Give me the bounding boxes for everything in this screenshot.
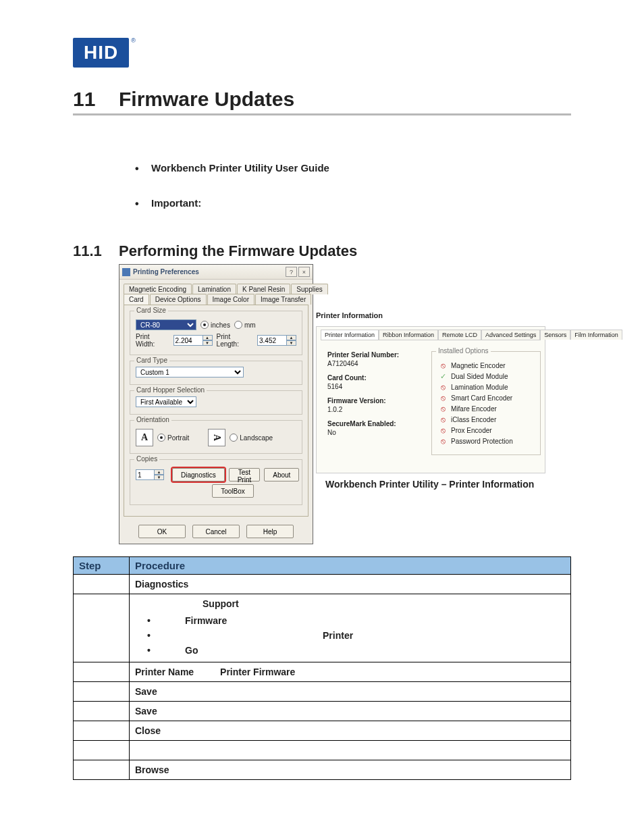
help-button[interactable]: Help (246, 525, 294, 538)
tab-lamination[interactable]: Lamination (192, 284, 236, 294)
test-print-button[interactable]: Test Print (229, 468, 261, 481)
fw-value: 1.0.2 (327, 406, 425, 413)
tab-supplies[interactable]: Supplies (291, 284, 327, 294)
installed-option-label: Smart Card Encoder (451, 394, 512, 402)
dialog-title: Printing Preferences (133, 268, 199, 276)
hopper-select[interactable]: First Available (136, 396, 196, 407)
ptab-advanced-settings[interactable]: Advanced Settings (481, 330, 540, 340)
installed-option-row: ⦸Password Protection (439, 437, 533, 445)
table-row: Close (74, 721, 571, 741)
installed-option-label: iClass Encoder (451, 416, 496, 423)
portrait-preview-icon: A (136, 429, 153, 446)
card-size-select[interactable]: CR-80 (136, 319, 196, 330)
installed-option-label: Magnetic Encoder (451, 362, 506, 369)
ok-button[interactable]: OK (138, 525, 186, 538)
ptab-film-info[interactable]: Film Information (570, 330, 622, 340)
print-length-input[interactable] (257, 335, 287, 346)
check-icon: ✓ (439, 372, 447, 380)
table-row: SupportFirmwarePrinterGo (74, 594, 571, 662)
toolbox-button[interactable]: ToolBox (212, 484, 254, 498)
installed-option-label: Mifare Encoder (451, 405, 497, 413)
orientation-title: Orientation (134, 416, 171, 423)
cancel-icon: ⦸ (439, 415, 447, 423)
orientation-group: Orientation A Portrait A Landscape (130, 420, 302, 454)
installed-option-row: ⦸Lamination Module (439, 383, 533, 391)
step-cell (74, 721, 130, 741)
table-row: Diagnostics (74, 575, 571, 594)
procedure-cell: Save (130, 682, 571, 702)
copies-input[interactable] (136, 469, 155, 480)
intro-bullet-1: Workbench Printer Utility User Guide (135, 156, 571, 180)
cancel-icon: ⦸ (439, 426, 447, 434)
procedure-cell: Printer Name Printer Firmware (130, 662, 571, 682)
cancel-button[interactable]: Cancel (192, 525, 240, 538)
about-button[interactable]: About (264, 468, 299, 481)
installed-option-row: ⦸Mifare Encoder (439, 405, 533, 413)
print-length-label: Print Length: (217, 333, 253, 348)
tab-image-color[interactable]: Image Color (207, 294, 254, 305)
step-cell (74, 682, 130, 702)
card-hopper-group: Card Hopper Selection First Available (130, 390, 302, 415)
unit-inches-radio[interactable]: inches (200, 321, 230, 329)
close-button[interactable]: × (298, 267, 310, 277)
step-cell (74, 760, 130, 780)
cancel-icon: ⦸ (439, 405, 447, 413)
step-cell (74, 741, 130, 760)
ptab-ribbon-info[interactable]: Ribbon Information (379, 330, 438, 340)
table-row: Browse (74, 760, 571, 780)
tab-magnetic-encoding[interactable]: Magnetic Encoding (124, 284, 192, 294)
tab-image-transfer[interactable]: Image Transfer (255, 294, 311, 305)
procedure-cell: Save (130, 702, 571, 721)
logo: HID® (73, 38, 571, 68)
section-heading: 11.1 Performing the Firmware Updates (73, 242, 571, 260)
landscape-preview-icon: A (208, 429, 225, 446)
installed-option-label: Lamination Module (451, 384, 508, 391)
chapter-title: Firmware Updates (119, 88, 294, 111)
installed-option-label: Dual Sided Module (451, 373, 508, 380)
tab-k-panel-resin[interactable]: K Panel Resin (237, 284, 290, 294)
logo-text: HID (73, 38, 129, 68)
unit-mm-radio[interactable]: mm (234, 321, 256, 329)
tab-card[interactable]: Card (124, 294, 149, 305)
step-cell (74, 662, 130, 682)
installed-option-row: ✓Dual Sided Module (439, 372, 533, 380)
card-type-select[interactable]: Custom 1 (136, 367, 244, 377)
section-title: Performing the Firmware Updates (119, 242, 357, 260)
serial-label: Printer Serial Number: (327, 351, 425, 359)
print-width-input[interactable] (173, 335, 203, 346)
ptab-printer-info[interactable]: Printer Information (321, 330, 379, 340)
intro-bullet-list: Workbench Printer Utility User Guide Imp… (135, 156, 571, 215)
tab-device-options[interactable]: Device Options (150, 294, 207, 305)
panel-caption: Workbench Printer Utility – Printer Info… (325, 479, 545, 490)
ptab-sensors[interactable]: Sensors (540, 330, 570, 340)
dialog-icon (122, 268, 130, 276)
installed-option-row: ⦸iClass Encoder (439, 415, 533, 423)
installed-option-row: ⦸Magnetic Encoder (439, 361, 533, 369)
card-type-group: Card Type Custom 1 (130, 361, 302, 385)
secure-label: SecureMark Enabled: (327, 420, 425, 427)
portrait-radio[interactable]: Portrait (157, 434, 189, 442)
card-size-title: Card Size (134, 307, 168, 314)
cancel-icon: ⦸ (439, 437, 447, 445)
cancel-icon: ⦸ (439, 394, 447, 402)
table-row (74, 741, 571, 760)
installed-option-row: ⦸Prox Encoder (439, 426, 533, 434)
copies-group: Copies ▲▼ Diagnostics Test Print About T… (130, 459, 302, 505)
panel-title: Printer Information (316, 311, 545, 319)
serial-value: A7120464 (327, 360, 425, 367)
landscape-radio[interactable]: Landscape (230, 434, 273, 442)
step-header: Step (74, 557, 130, 575)
fw-label: Firmware Version: (327, 397, 425, 405)
installed-option-label: Password Protection (451, 438, 513, 445)
cancel-icon: ⦸ (439, 361, 447, 369)
chapter-number: 11 (73, 88, 119, 111)
printing-preferences-dialog: Printing Preferences ? × Magnetic Encodi… (119, 264, 313, 544)
help-button[interactable]: ? (286, 267, 297, 277)
card-type-title: Card Type (134, 357, 169, 364)
diagnostics-button[interactable]: Diagnostics (172, 468, 225, 481)
section-number: 11.1 (73, 242, 119, 260)
ptab-remote-lcd[interactable]: Remote LCD (438, 330, 481, 340)
procedure-cell: Browse (130, 760, 571, 780)
count-value: 5164 (327, 383, 425, 390)
step-cell (74, 575, 130, 594)
